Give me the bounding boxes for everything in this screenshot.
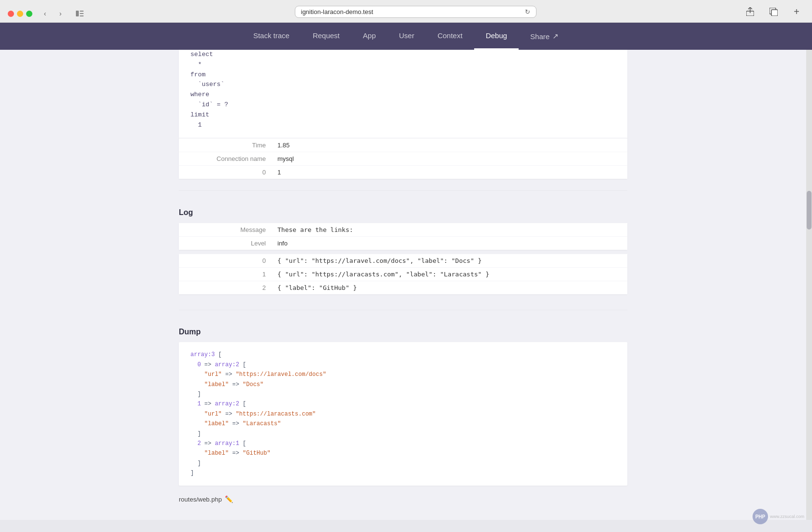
time-value: 1.85 — [277, 142, 616, 149]
message-label: Message — [190, 226, 277, 233]
browser-chrome: ‹ › ignition-laracon-demo.test ↻ — [0, 0, 812, 23]
close-button[interactable] — [8, 11, 14, 17]
svg-rect-0 — [76, 11, 79, 16]
php-watermark: PHP www.zzsucal.com — [753, 509, 804, 524]
traffic-lights — [8, 11, 32, 17]
svg-rect-6 — [771, 10, 778, 16]
scrollbar-track — [806, 50, 812, 520]
sql-details: Time 1.85 Connection name mysql 0 1 — [179, 138, 627, 179]
minimize-button[interactable] — [17, 11, 23, 17]
file-reference: routes/web.php ✏️ — [179, 491, 627, 507]
sidebar-toggle-button[interactable] — [73, 8, 87, 19]
log-message-row: Message These are the links: Level info — [179, 223, 627, 250]
tab-stack-trace[interactable]: Stack trace — [242, 23, 301, 50]
index-value: 1 — [277, 169, 616, 176]
divider-1 — [179, 190, 627, 191]
svg-rect-3 — [80, 15, 84, 16]
tab-context[interactable]: Context — [426, 23, 474, 50]
tab-request[interactable]: Request — [301, 23, 351, 50]
app-container: Stack trace Request App User Context Deb… — [0, 23, 812, 520]
sql-code: select * from `users` where `id` = ? lim… — [190, 50, 616, 130]
file-ref-text: routes/web.php — [179, 496, 222, 503]
tab-app[interactable]: App — [351, 23, 388, 50]
dump-section: Dump array:3 [ 0 => array:2 [ "url" => "… — [179, 320, 627, 507]
log-value-1: { "url": "https://laracasts.com", "label… — [277, 271, 616, 278]
content-area[interactable]: select * from `users` where `id` = ? lim… — [0, 50, 812, 520]
nav-tabs: Stack trace Request App User Context Deb… — [242, 23, 570, 50]
php-badge: PHP — [753, 509, 768, 524]
connection-value: mysql — [277, 155, 616, 162]
index-label: 0 — [190, 169, 277, 176]
level-value: info — [277, 240, 616, 247]
index-row: 0 1 — [179, 165, 627, 179]
dump-code: array:3 [ 0 => array:2 [ "url" => "https… — [190, 350, 616, 478]
log-item-2: 2 { "label": "GitHub" } — [179, 281, 627, 294]
connection-label: Connection name — [190, 155, 277, 162]
main-content: select * from `users` where `id` = ? lim… — [169, 50, 643, 520]
log-section-header: Log — [179, 201, 627, 223]
new-tab-button[interactable]: + — [789, 5, 804, 18]
tab-user[interactable]: User — [388, 23, 426, 50]
log-index-1: 1 — [190, 271, 277, 278]
log-message-card: Message These are the links: Level info — [179, 223, 627, 250]
forward-button[interactable]: › — [54, 8, 67, 19]
share-arrow-icon: ↗ — [552, 32, 559, 41]
watermark-text: www.zzsucal.com — [770, 514, 804, 519]
svg-rect-1 — [80, 11, 84, 12]
message-value: These are the links: — [277, 226, 616, 233]
log-item-1: 1 { "url": "https://laracasts.com", "lab… — [179, 267, 627, 281]
message-row: Message These are the links: — [179, 223, 627, 236]
time-row: Time 1.85 — [179, 138, 627, 152]
divider-2 — [179, 310, 627, 310]
log-items: 0 { "url": "https://laravel.com/docs", "… — [179, 254, 627, 294]
log-value-2: { "label": "GitHub" } — [277, 284, 616, 291]
content-wrapper: select * from `users` where `id` = ? lim… — [179, 50, 627, 520]
svg-rect-2 — [80, 13, 84, 14]
tab-share[interactable]: Share ↗ — [519, 23, 570, 50]
connection-row: Connection name mysql — [179, 152, 627, 165]
sql-section: select * from `users` where `id` = ? lim… — [179, 50, 627, 179]
dump-code-card: array:3 [ 0 => array:2 [ "url" => "https… — [179, 342, 627, 486]
log-value-0: { "url": "https://laravel.com/docs", "la… — [277, 257, 616, 264]
browser-actions: + — [742, 5, 804, 18]
time-label: Time — [190, 142, 277, 149]
browser-titlebar: ‹ › ignition-laracon-demo.test ↻ — [8, 5, 804, 22]
sql-query-block: select * from `users` where `id` = ? lim… — [179, 50, 627, 138]
duplicate-tab-button[interactable] — [766, 5, 781, 18]
scrollbar-thumb[interactable] — [807, 191, 812, 230]
log-index-0: 0 — [190, 257, 277, 264]
navigation-bar: Stack trace Request App User Context Deb… — [0, 23, 812, 50]
log-section: Log Message These are the links: Level i… — [179, 201, 627, 294]
back-button[interactable]: ‹ — [38, 8, 52, 19]
url-text: ignition-laracon-demo.test — [301, 8, 374, 15]
level-label: Level — [190, 240, 277, 247]
browser-nav-buttons: ‹ › — [38, 8, 67, 19]
dump-section-header: Dump — [179, 320, 627, 342]
tab-debug[interactable]: Debug — [474, 23, 519, 50]
log-index-2: 2 — [190, 284, 277, 291]
address-bar[interactable]: ignition-laracon-demo.test ↻ — [295, 6, 536, 18]
log-items-card: 0 { "url": "https://laravel.com/docs", "… — [179, 254, 627, 294]
level-row: Level info — [179, 236, 627, 250]
edit-file-icon[interactable]: ✏️ — [225, 495, 233, 503]
share-browser-button[interactable] — [742, 5, 758, 18]
reload-icon[interactable]: ↻ — [525, 8, 530, 15]
maximize-button[interactable] — [26, 11, 32, 17]
log-item-0: 0 { "url": "https://laravel.com/docs", "… — [179, 254, 627, 267]
